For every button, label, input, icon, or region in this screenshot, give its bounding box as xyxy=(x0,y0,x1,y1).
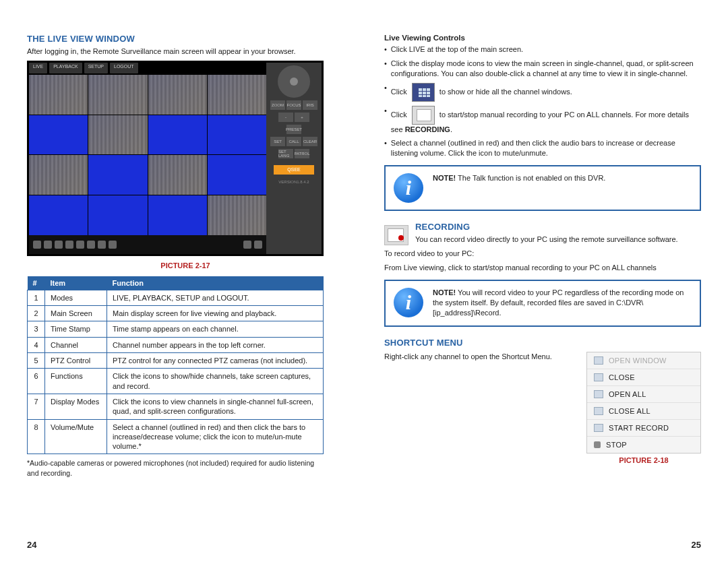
bottom-toolbar[interactable] xyxy=(29,235,266,254)
live-view-intro: After logging in, the Remote Surveillanc… xyxy=(27,46,344,57)
bullet-record: Click to start/stop manual recording to … xyxy=(384,106,701,135)
page-right: Live Viewing Controls Click LIVE at the … xyxy=(384,34,701,478)
mode-tabs: LIVE PLAYBACK SETUP LOGOUT xyxy=(29,63,266,73)
version-text: VERSION1.8.4.2 xyxy=(278,180,309,184)
th-num: # xyxy=(28,276,45,290)
recording-intro: You can record video directly to your PC… xyxy=(415,235,678,245)
sm-close-all[interactable]: CLOSE ALL xyxy=(587,403,700,420)
tab-setup[interactable]: SETUP xyxy=(84,63,108,73)
live-view-window: LIVE PLAYBACK SETUP LOGOUT xyxy=(27,61,324,256)
shortcut-context-menu[interactable]: OPEN WINDOW CLOSE OPEN ALL CLOSE ALL STA… xyxy=(586,352,701,454)
channel-grid[interactable] xyxy=(29,75,266,235)
tab-playback[interactable]: PLAYBACK xyxy=(49,63,82,73)
recording-step2: From Live viewing, click to start/stop m… xyxy=(384,263,701,273)
table-row: 5PTZ ControlPTZ control for any connecte… xyxy=(28,353,324,369)
bullet-show-hide: Click to show or hide all the channel wi… xyxy=(384,83,701,102)
live-view-title: THE LIVE VIEW WINDOW xyxy=(27,34,344,44)
note-talk: i NOTE! The Talk function is not enabled… xyxy=(384,165,701,211)
picture-2-17-caption: PICTURE 2-17 xyxy=(27,261,344,270)
sm-stop[interactable]: STOP xyxy=(587,437,700,453)
sm-open-window[interactable]: OPEN WINDOW xyxy=(587,352,700,369)
th-item: Item xyxy=(45,276,107,290)
tab-live[interactable]: LIVE xyxy=(29,63,47,73)
table-row: 8Volume/MuteSelect a channel (outlined i… xyxy=(28,419,324,454)
tab-logout[interactable]: LOGOUT xyxy=(110,63,138,73)
sm-close[interactable]: CLOSE xyxy=(587,369,700,386)
table-row: 7Display ModesClick the icons to view ch… xyxy=(28,394,324,419)
bullet-live: Click LIVE at the top of the main screen… xyxy=(384,44,701,55)
table-row: 6FunctionsClick the icons to show/hide c… xyxy=(28,369,324,394)
th-func: Function xyxy=(107,276,324,290)
bullet-display-modes: Click the display mode icons to view the… xyxy=(384,59,701,79)
sm-open-all[interactable]: OPEN ALL xyxy=(587,386,700,403)
table-row: 4ChannelChannel number appears in the to… xyxy=(28,337,324,352)
viewing-controls-title: Live Viewing Controls xyxy=(384,34,701,42)
info-icon: i xyxy=(394,173,423,203)
ptz-panel[interactable]: ZOOMFOCUSIRIS -+ PRESET SETCALLCLEAR SET… xyxy=(266,63,322,254)
recording-step1: To record video to your PC: xyxy=(384,249,701,259)
qsee-logo: QSEE xyxy=(274,165,314,175)
page-number-left: 24 xyxy=(27,540,36,550)
audio-footnote: *Audio-capable cameras or powered microp… xyxy=(27,458,324,477)
record-icon[interactable] xyxy=(412,106,435,125)
function-table: # Item Function 1ModesLIVE, PLAYBACK, SE… xyxy=(27,276,324,455)
note-record-path: i NOTE! You will record video to your PC… xyxy=(384,280,701,327)
table-row: 1ModesLIVE, PLAYBACK, SETUP and LOGOUT. xyxy=(28,290,324,305)
info-icon: i xyxy=(394,288,423,317)
table-row: 2Main ScreenMain display screen for live… xyxy=(28,306,324,321)
page-left: THE LIVE VIEW WINDOW After logging in, t… xyxy=(27,34,344,478)
recording-title: RECORDING xyxy=(415,222,678,232)
shortcut-text: Right-click any channel to open the Shor… xyxy=(384,352,566,362)
table-row: 3Time StampTime stamp appears on each ch… xyxy=(28,321,324,337)
show-hide-icon[interactable] xyxy=(412,83,435,102)
shortcut-title: SHORTCUT MENU xyxy=(384,338,701,348)
sm-start-record[interactable]: START RECORD xyxy=(587,420,700,437)
ptz-dpad[interactable] xyxy=(278,65,310,98)
bullet-audio: Select a channel (outlined in red) and t… xyxy=(384,138,701,158)
page-number-right: 25 xyxy=(692,540,701,550)
picture-2-18-caption: PICTURE 2-18 xyxy=(586,456,701,464)
camcorder-icon xyxy=(384,225,408,245)
